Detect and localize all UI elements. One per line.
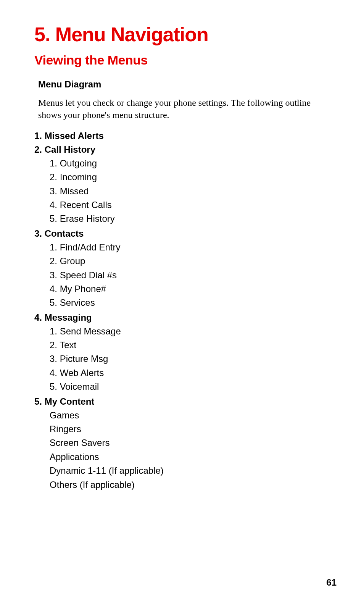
menu-item: 2. Incoming xyxy=(50,171,330,183)
menu-item: 1. Outgoing xyxy=(50,157,330,170)
menu-item: 3. Speed Dial #s xyxy=(50,269,330,281)
menu-item: Dynamic 1-11 (If applicable) xyxy=(50,465,330,477)
menu-section-heading: 5. My Content xyxy=(34,396,330,407)
menu-section-heading: 1. Missed Alerts xyxy=(34,131,330,141)
menu-item: 2. Text xyxy=(50,339,330,351)
menu-item: 5. Erase History xyxy=(50,213,330,225)
menu-item: Screen Savers xyxy=(50,437,330,449)
chapter-title: 5. Menu Navigation xyxy=(34,23,330,46)
menu-item: Others (If applicable) xyxy=(50,479,330,491)
menu-item: 1. Find/Add Entry xyxy=(50,241,330,253)
menu-section-heading: 4. Messaging xyxy=(34,312,330,323)
menu-item: 3. Missed xyxy=(50,185,330,197)
page-number: 61 xyxy=(326,577,337,588)
menu-item: 5. Services xyxy=(50,297,330,309)
menu-section-heading: 2. Call History xyxy=(34,144,330,155)
menu-item: 5. Voicemail xyxy=(50,381,330,393)
body-paragraph: Menus let you check or change your phone… xyxy=(38,97,313,121)
menu-item: 2. Group xyxy=(50,255,330,267)
menu-item: Ringers xyxy=(50,423,330,435)
menu-section-heading: 3. Contacts xyxy=(34,228,330,239)
sub-heading: Menu Diagram xyxy=(38,79,330,90)
menu-item: 4. My Phone# xyxy=(50,283,330,295)
menu-item: Applications xyxy=(50,451,330,463)
menu-item: 3. Picture Msg xyxy=(50,353,330,365)
document-page: 5. Menu Navigation Viewing the Menus Men… xyxy=(0,0,364,491)
menu-item: Games xyxy=(50,409,330,421)
menu-outline: 1. Missed Alerts 2. Call History 1. Outg… xyxy=(34,131,330,491)
menu-item: 1. Send Message xyxy=(50,325,330,337)
menu-item: 4. Web Alerts xyxy=(50,367,330,379)
menu-item: 4. Recent Calls xyxy=(50,199,330,211)
section-title: Viewing the Menus xyxy=(34,53,330,68)
